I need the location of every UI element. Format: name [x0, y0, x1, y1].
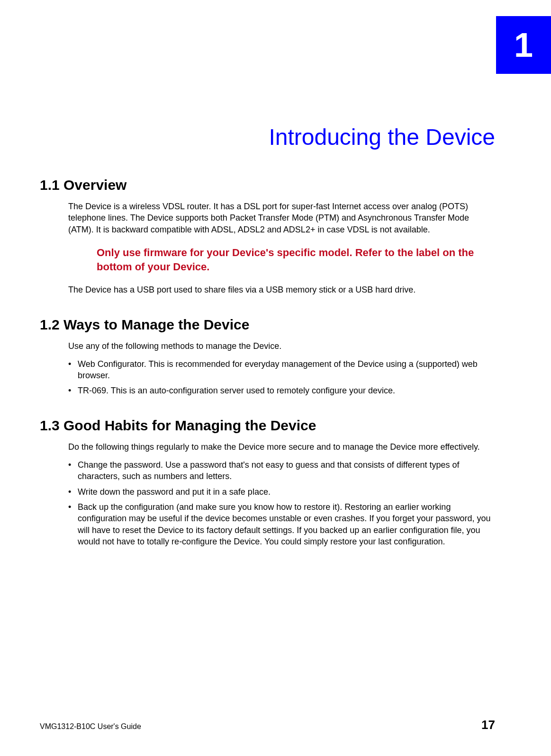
list-item: Change the password. Use a password that…: [68, 459, 495, 482]
ways-intro: Use any of the following methods to mana…: [68, 340, 495, 352]
page-footer: VMG1312-B10C User's Guide 17: [40, 718, 495, 732]
chapter-tab: 1: [496, 16, 551, 74]
chapter-number: 1: [514, 26, 533, 64]
content-area: 1.1 Overview The Device is a wireless VD…: [40, 156, 495, 551]
overview-para-2: The Device has a USB port used to share …: [68, 284, 495, 295]
page: 1 Introducing the Device 1.1 Overview Th…: [0, 0, 551, 756]
habits-list: Change the password. Use a password that…: [68, 459, 495, 547]
firmware-warning: Only use firmware for your Device's spec…: [97, 246, 495, 274]
section-1-3-heading: 1.3 Good Habits for Managing the Device: [40, 418, 495, 434]
ways-list: Web Configurator. This is recommended fo…: [68, 358, 495, 397]
chapter-title: Introducing the Device: [0, 124, 495, 150]
list-item: Write down the password and put it in a …: [68, 486, 495, 498]
list-item: TR-069. This is an auto-configuration se…: [68, 385, 495, 396]
overview-para-1: The Device is a wireless VDSL router. It…: [68, 201, 495, 235]
section-1-2-body: Use any of the following methods to mana…: [68, 340, 495, 397]
footer-page-number: 17: [481, 718, 495, 732]
list-item: Web Configurator. This is recommended fo…: [68, 358, 495, 382]
footer-guide-name: VMG1312-B10C User's Guide: [40, 722, 141, 731]
habits-intro: Do the following things regularly to mak…: [68, 441, 495, 453]
section-1-1-body: The Device is a wireless VDSL router. It…: [68, 201, 495, 296]
section-1-2-heading: 1.2 Ways to Manage the Device: [40, 317, 495, 333]
list-item: Back up the configuration (and make sure…: [68, 501, 495, 547]
section-1-1-heading: 1.1 Overview: [40, 177, 495, 193]
section-1-3-body: Do the following things regularly to mak…: [68, 441, 495, 547]
